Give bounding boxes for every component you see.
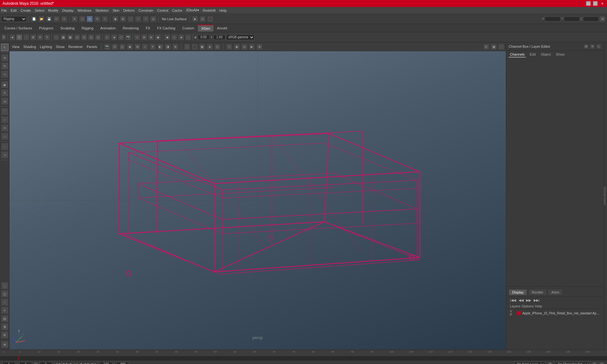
- character-set-dropdown[interactable]: No Character Set: [555, 362, 589, 364]
- layer-next-icon[interactable]: ▶▶: [526, 298, 531, 302]
- display-filter-btn[interactable]: ≡: [1, 306, 9, 314]
- menu-modify[interactable]: Modify: [48, 9, 58, 12]
- current-frame-input[interactable]: [3, 362, 15, 364]
- cb-tab-edit[interactable]: Edit: [528, 52, 537, 58]
- soft-select-btn[interactable]: ◉: [1, 81, 9, 88]
- open-scene-icon[interactable]: 📂: [38, 16, 45, 22]
- display-mode-5-icon[interactable]: ◰: [81, 34, 87, 40]
- joint-tool-btn[interactable]: ◦: [1, 143, 9, 150]
- display-mode-3-icon[interactable]: ▩: [67, 34, 73, 40]
- menu-display[interactable]: Display: [62, 9, 74, 12]
- key-all-icon[interactable]: ◈: [178, 34, 184, 40]
- anim-layer-btn[interactable]: ♪: [1, 298, 9, 306]
- max-frame-input[interactable]: [116, 362, 129, 364]
- bake-icon[interactable]: ⬦: [185, 34, 191, 40]
- vp-snap-icon[interactable]: ◫: [119, 44, 126, 50]
- range-mid-input[interactable]: [40, 362, 52, 364]
- menu-3dtoall[interactable]: 3DtoAll▾: [186, 8, 199, 12]
- pencil-btn[interactable]: ✏: [1, 124, 9, 132]
- tab-fx[interactable]: FX: [143, 25, 153, 32]
- ik-handle-btn[interactable]: ⊸: [1, 151, 9, 159]
- pivot-y-input[interactable]: [213, 35, 225, 40]
- anim-layer-options-icon[interactable]: ⚙: [548, 362, 553, 364]
- select-tool-icon[interactable]: ✦: [71, 16, 78, 22]
- expand-btn[interactable]: ⊕: [1, 341, 9, 348]
- y-coord-input[interactable]: [564, 16, 580, 21]
- vp-more5-icon[interactable]: ⊗: [256, 44, 263, 50]
- display-mode-4-icon[interactable]: ◫: [74, 34, 80, 40]
- menu-windows[interactable]: Windows: [77, 9, 92, 12]
- x-coord-input[interactable]: [545, 16, 561, 21]
- color-profile-dropdown[interactable]: sRGB gamma: [226, 34, 254, 40]
- layer-opts-help[interactable]: Help: [535, 304, 542, 308]
- tab-xgen[interactable]: XGen: [198, 25, 213, 32]
- lasso-select-icon[interactable]: ◻: [79, 16, 85, 22]
- menu-select[interactable]: Select: [35, 9, 45, 12]
- object-mode-icon[interactable]: ⊡: [16, 34, 22, 40]
- animation-icon[interactable]: ◉: [155, 34, 161, 40]
- vp-more1-icon[interactable]: ⬡: [226, 44, 232, 50]
- vp-cam-icon[interactable]: 📷: [104, 44, 110, 50]
- menu-file[interactable]: File: [1, 9, 7, 12]
- pb-end-button[interactable]: ▶|: [92, 362, 95, 364]
- z-coord-input[interactable]: [583, 16, 599, 21]
- rotate-tool-icon[interactable]: ↻: [94, 16, 101, 22]
- menu-redshift[interactable]: Redshift: [203, 9, 216, 12]
- menu-skeleton[interactable]: Skeleton: [95, 9, 109, 12]
- vp-lights-icon[interactable]: ◈: [207, 44, 213, 50]
- tab-animation[interactable]: Animation: [97, 25, 119, 32]
- vp-textured-icon[interactable]: ▩: [199, 44, 205, 50]
- vp-renderer-menu[interactable]: Renderer: [67, 45, 84, 49]
- vp-isolate-icon[interactable]: ◉: [127, 44, 133, 50]
- channel-control-btn[interactable]: ▤: [1, 315, 9, 322]
- vp-more2-icon[interactable]: ◉: [234, 44, 240, 50]
- show-render-icon[interactable]: ⬛: [207, 16, 213, 22]
- layer-prev-icon[interactable]: |◀◀: [510, 298, 516, 302]
- vp-aa-icon[interactable]: ▦: [491, 44, 497, 50]
- symmetry-icon[interactable]: ⊞: [120, 16, 126, 22]
- save-scene-icon[interactable]: 💾: [46, 16, 52, 22]
- display-mode-1-icon[interactable]: ⬚: [53, 34, 59, 40]
- layer-last-icon[interactable]: ▶▶|: [534, 298, 540, 302]
- pb-play-button[interactable]: ▶: [77, 362, 79, 364]
- menu-control[interactable]: Control: [157, 9, 168, 12]
- cb-tab-object[interactable]: Object: [539, 52, 552, 58]
- cv-curve-btn[interactable]: ⌒: [1, 108, 9, 115]
- select-mode-icon[interactable]: ◈: [9, 34, 15, 40]
- select-tool-btn[interactable]: ↖: [1, 44, 9, 51]
- set-key-icon[interactable]: ◇: [171, 34, 177, 40]
- soft-select-icon[interactable]: ◉: [112, 16, 119, 22]
- display-layer-btn[interactable]: ⬚: [1, 282, 9, 289]
- ep-curve-btn[interactable]: ⌣: [1, 116, 9, 124]
- cb-tab-show[interactable]: Show: [555, 52, 566, 58]
- vp-light-icon[interactable]: ☀: [150, 44, 156, 50]
- tab-polygons[interactable]: Polygons: [36, 25, 56, 32]
- paint-sel-icon[interactable]: ✎: [44, 34, 50, 40]
- rotate-tool-btn[interactable]: ↻: [1, 62, 9, 70]
- move-tool-btn[interactable]: ✛: [1, 54, 9, 62]
- dp-tab-anim[interactable]: Anim: [548, 289, 563, 295]
- vp-wireframe-icon[interactable]: ⬚: [184, 44, 190, 50]
- close-button[interactable]: ✕: [600, 1, 604, 6]
- vp-grid-icon[interactable]: ⊹: [142, 44, 148, 50]
- new-scene-icon[interactable]: 📄: [31, 16, 37, 22]
- pb-start-button[interactable]: |◀: [56, 362, 60, 364]
- vis-toggle-icon[interactable]: ⊹: [134, 34, 140, 40]
- ipr-icon[interactable]: ◎: [199, 16, 206, 22]
- tool-settings-btn[interactable]: ⚙: [1, 331, 9, 339]
- vp-lighting-menu[interactable]: Lighting: [39, 45, 53, 49]
- menu-create[interactable]: Create: [21, 9, 31, 12]
- vp-resolution-icon[interactable]: ⊡: [483, 44, 489, 50]
- render-preview-icon[interactable]: ▷: [104, 34, 110, 40]
- menu-icon[interactable]: ☰: [1, 34, 6, 40]
- layer-opts-options[interactable]: Options: [522, 304, 534, 308]
- range-start-input[interactable]: [19, 362, 32, 364]
- render-layer-btn[interactable]: ◫: [1, 290, 9, 298]
- tab-rendering[interactable]: Rendering: [120, 25, 142, 32]
- coord-settings-icon[interactable]: ⚙: [599, 16, 606, 22]
- vp-more4-icon[interactable]: ▶: [249, 44, 255, 50]
- constraint-icon[interactable]: ⊗: [141, 34, 147, 40]
- layer-opts-layers[interactable]: Layers: [510, 304, 520, 308]
- vp-shading-menu[interactable]: Shading: [22, 45, 37, 49]
- paint-tool-btn[interactable]: ✎: [1, 89, 9, 97]
